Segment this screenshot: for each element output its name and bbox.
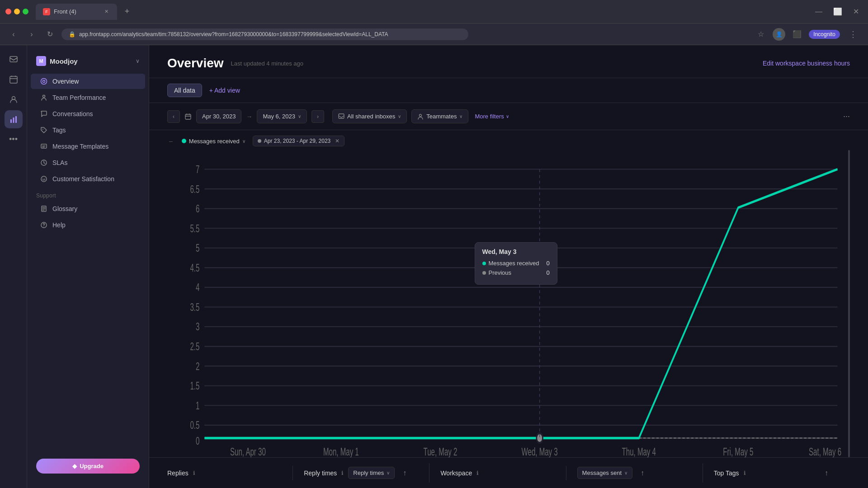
browser-tab[interactable]: F Front (4) ✕ xyxy=(36,4,117,20)
forward-btn[interactable]: › xyxy=(25,28,38,41)
svg-text:6: 6 xyxy=(196,203,199,215)
stat-reply-times-upload[interactable]: ↑ xyxy=(403,469,406,477)
svg-text:4: 4 xyxy=(196,282,199,293)
sidebar-item-label-tags: Tags xyxy=(52,127,66,134)
window-minimize[interactable]: — xyxy=(811,8,826,16)
stat-messages-sent: Messages sent ∨ ↑ xyxy=(577,463,703,483)
contacts-icon[interactable] xyxy=(5,90,23,108)
analytics-icon[interactable] xyxy=(5,110,23,128)
stat-workspace-label: Workspace xyxy=(440,469,472,477)
extension-icon[interactable]: ⬛ xyxy=(791,28,803,41)
sidebar-item-team-performance[interactable]: Team Performance xyxy=(31,90,145,105)
last-updated-text: Last updated 4 minutes ago xyxy=(231,60,303,67)
scrollbar[interactable] xyxy=(848,150,850,457)
chart-area: 7 6.5 6 5.5 5 4.5 4 3.5 3 2.5 2 1.5 1 0.… xyxy=(167,150,850,457)
stat-messages-sent-upload[interactable]: ↑ xyxy=(641,469,644,477)
svg-rect-0 xyxy=(10,56,17,62)
teammates-chevron: ∨ xyxy=(459,114,462,119)
chart-svg: 7 6.5 6 5.5 5 4.5 4 3.5 3 2.5 2 1.5 1 0.… xyxy=(167,150,850,457)
win-max-btn[interactable] xyxy=(23,9,28,14)
svg-text:2.5: 2.5 xyxy=(190,341,199,352)
filter-date-icon xyxy=(184,111,192,122)
svg-text:1.5: 1.5 xyxy=(190,380,199,392)
page-title-area: Overview Last updated 4 minutes ago xyxy=(167,56,303,70)
back-btn[interactable]: ‹ xyxy=(7,28,20,41)
sidebar-item-tags[interactable]: Tags xyxy=(31,122,145,138)
svg-text:4.5: 4.5 xyxy=(190,262,199,273)
svg-rect-5 xyxy=(15,116,17,123)
filter-end-date[interactable]: May 6, 2023 ∨ xyxy=(257,109,307,123)
metric-select-btn[interactable]: Messages received ∨ xyxy=(189,138,245,145)
compose-icon[interactable] xyxy=(5,51,23,69)
svg-text:6.5: 6.5 xyxy=(190,183,199,195)
team-performance-icon xyxy=(40,94,48,102)
sidebar-item-label-csat: Customer Satisfaction xyxy=(52,175,114,183)
chart-container: – Messages received ∨ Apr 23, 2023 - Apr… xyxy=(149,130,868,457)
reload-btn[interactable]: ↻ xyxy=(43,28,56,41)
sidebar-item-overview[interactable]: Overview xyxy=(31,74,145,89)
sidebar-item-glossary[interactable]: Glossary xyxy=(31,201,145,216)
stat-top-tags-info[interactable]: ℹ xyxy=(744,470,746,476)
start-date-label: Apr 30, 2023 xyxy=(202,113,236,120)
sidebar-item-slas[interactable]: SLAs xyxy=(31,155,145,170)
svg-point-14 xyxy=(44,178,45,179)
win-min-btn[interactable] xyxy=(14,9,20,14)
sidebar-item-conversations[interactable]: Conversations xyxy=(31,106,145,122)
svg-text:5: 5 xyxy=(196,242,199,254)
new-tab-btn[interactable]: + xyxy=(121,5,133,18)
date-next-btn[interactable]: › xyxy=(311,110,324,123)
win-close-btn[interactable] xyxy=(5,9,11,14)
stat-replies-label: Replies xyxy=(167,469,189,477)
svg-point-13 xyxy=(42,178,43,179)
filters-bar: ‹ Apr 30, 2023 → May 6, 2023 ∨ › All sha… xyxy=(149,103,868,130)
legend-dot-gray xyxy=(258,139,261,143)
profile-icon[interactable]: 👤 xyxy=(773,28,785,41)
tab-all-data[interactable]: All data xyxy=(167,84,202,97)
date-range-filter[interactable]: Apr 23, 2023 - Apr 29, 2023 ✕ xyxy=(253,136,344,146)
window-close[interactable]: ✕ xyxy=(849,7,863,16)
date-prev-btn[interactable]: ‹ xyxy=(167,110,180,123)
workspace-name-area[interactable]: M Moodjoy xyxy=(36,56,78,66)
stat-replies-info[interactable]: ℹ xyxy=(193,470,195,476)
sidebar-item-help[interactable]: Help xyxy=(31,217,145,233)
sidebar-item-label-conversations: Conversations xyxy=(52,110,93,117)
workspace-chevron[interactable]: ∨ xyxy=(136,58,140,64)
legend-dot-green xyxy=(182,139,186,143)
add-view-btn[interactable]: + Add view xyxy=(206,84,244,97)
filter-more-dots[interactable]: ··· xyxy=(843,112,850,121)
stat-messages-sent-dropdown[interactable]: Messages sent ∨ xyxy=(577,467,632,479)
stat-reply-times-dropdown[interactable]: Reply times ∨ xyxy=(348,467,395,479)
svg-text:3: 3 xyxy=(196,321,199,333)
stat-reply-times-info[interactable]: ℹ xyxy=(341,470,344,476)
bottom-stats: Replies ℹ Reply times ℹ Reply times ∨ ↑ … xyxy=(149,457,868,488)
stat-top-tags-upload[interactable]: ↑ xyxy=(825,469,828,477)
filter-teammates[interactable]: Teammates ∨ xyxy=(411,109,468,123)
legend-dash: – xyxy=(167,137,175,145)
chart-legend: – Messages received ∨ Apr 23, 2023 - Apr… xyxy=(167,130,850,150)
filter-inbox[interactable]: All shared inboxes ∨ xyxy=(332,109,407,123)
conversations-icon xyxy=(40,110,48,118)
address-bar[interactable]: 🔒 app.frontapp.com/analytics/team/tim:78… xyxy=(61,28,468,40)
calendar-icon[interactable] xyxy=(5,70,23,89)
more-filters-btn[interactable]: More filters ∨ xyxy=(475,113,509,120)
stat-workspace-info[interactable]: ℹ xyxy=(476,470,479,476)
more-apps-icon[interactable]: ••• xyxy=(5,130,23,148)
bookmark-icon[interactable]: ☆ xyxy=(755,28,767,41)
customer-satisfaction-icon xyxy=(40,175,48,183)
svg-text:2: 2 xyxy=(196,360,199,372)
svg-text:Wed, May 3: Wed, May 3 xyxy=(522,446,558,457)
edit-hours-link[interactable]: Edit workspace business hours xyxy=(763,60,850,67)
browser-more-btn[interactable]: ⋮ xyxy=(845,28,861,41)
sidebar-item-message-templates[interactable]: Message Templates xyxy=(31,139,145,154)
close-filter-icon[interactable]: ✕ xyxy=(335,138,340,144)
upgrade-button[interactable]: ◆ Upgrade xyxy=(36,459,140,474)
svg-point-8 xyxy=(43,95,45,98)
toolbar-right: ☆ 👤 ⬛ Incognito ⋮ xyxy=(755,28,861,41)
tab-close-btn[interactable]: ✕ xyxy=(103,8,110,15)
filter-start-date[interactable]: Apr 30, 2023 xyxy=(196,109,241,123)
sidebar-header: M Moodjoy ∨ xyxy=(27,52,149,73)
window-maximize[interactable]: ⬜ xyxy=(830,7,846,16)
help-icon xyxy=(40,221,48,229)
glossary-icon xyxy=(40,205,48,213)
sidebar-item-customer-satisfaction[interactable]: Customer Satisfaction xyxy=(31,171,145,187)
